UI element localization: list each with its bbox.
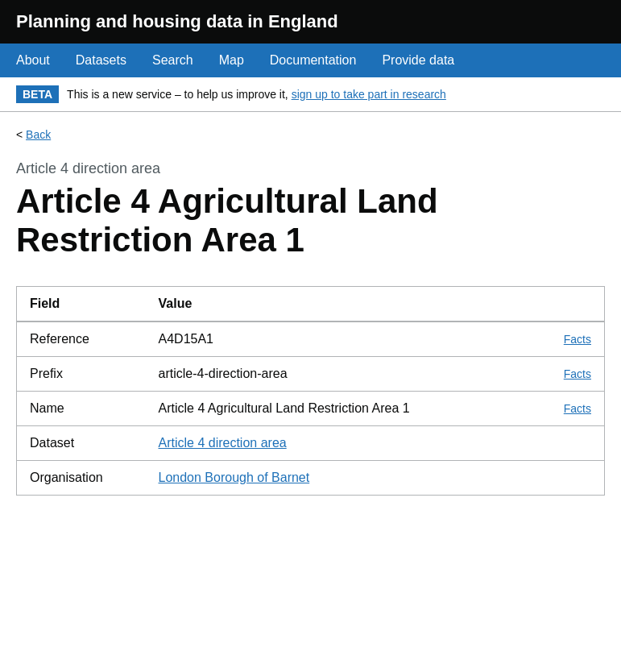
table-row: OrganisationLondon Borough of Barnet	[17, 460, 605, 495]
field-label: Dataset	[17, 425, 146, 460]
facts-link[interactable]: Facts	[564, 333, 591, 346]
research-signup-link[interactable]: sign up to take part in research	[292, 88, 446, 101]
field-label: Prefix	[17, 356, 146, 391]
field-value[interactable]: London Borough of Barnet	[146, 460, 551, 495]
col-header-facts	[551, 286, 605, 321]
nav-map[interactable]: Map	[206, 44, 257, 77]
nav-search[interactable]: Search	[139, 44, 206, 77]
value-link[interactable]: Article 4 direction area	[159, 436, 287, 450]
field-value[interactable]: Article 4 direction area	[146, 425, 551, 460]
facts-cell[interactable]: Facts	[551, 391, 605, 425]
facts-cell	[551, 460, 605, 495]
nav-provide-data[interactable]: Provide data	[369, 44, 467, 77]
nav-datasets[interactable]: Datasets	[63, 44, 139, 77]
table-row: ReferenceA4D15A1Facts	[17, 321, 605, 357]
field-value: A4D15A1	[146, 321, 551, 357]
beta-text: This is a new service – to help us impro…	[67, 88, 446, 101]
main-content: < Back Article 4 direction area Article …	[0, 112, 621, 512]
table-row: DatasetArticle 4 direction area	[17, 425, 605, 460]
beta-tag: BETA	[16, 85, 59, 103]
back-link-container: < Back	[16, 128, 605, 141]
col-header-value: Value	[146, 286, 551, 321]
value-link[interactable]: London Borough of Barnet	[159, 471, 310, 484]
beta-banner: BETA This is a new service – to help us …	[0, 77, 621, 112]
facts-link[interactable]: Facts	[564, 367, 591, 380]
facts-cell[interactable]: Facts	[551, 321, 605, 357]
back-prefix: <	[16, 128, 26, 141]
field-value: Article 4 Agricultural Land Restriction …	[146, 391, 551, 425]
data-table: Field Value ReferenceA4D15A1FactsPrefixa…	[16, 286, 605, 496]
main-nav: About Datasets Search Map Documentation …	[0, 44, 621, 77]
nav-about[interactable]: About	[16, 44, 63, 77]
table-row: NameArticle 4 Agricultural Land Restrict…	[17, 391, 605, 425]
facts-cell[interactable]: Facts	[551, 356, 605, 391]
col-header-field: Field	[17, 286, 146, 321]
back-link[interactable]: Back	[26, 128, 51, 141]
nav-documentation[interactable]: Documentation	[257, 44, 370, 77]
field-label: Organisation	[17, 460, 146, 495]
site-title: Planning and housing data in England	[16, 11, 338, 31]
page-title: Article 4 Agricultural Land Restriction …	[16, 182, 605, 260]
field-value: article-4-direction-area	[146, 356, 551, 391]
facts-link[interactable]: Facts	[564, 402, 591, 415]
site-header: Planning and housing data in England	[0, 0, 621, 44]
field-label: Name	[17, 391, 146, 425]
facts-cell	[551, 425, 605, 460]
field-label: Reference	[17, 321, 146, 357]
page-subtitle: Article 4 direction area	[16, 160, 605, 177]
table-row: Prefixarticle-4-direction-areaFacts	[17, 356, 605, 391]
